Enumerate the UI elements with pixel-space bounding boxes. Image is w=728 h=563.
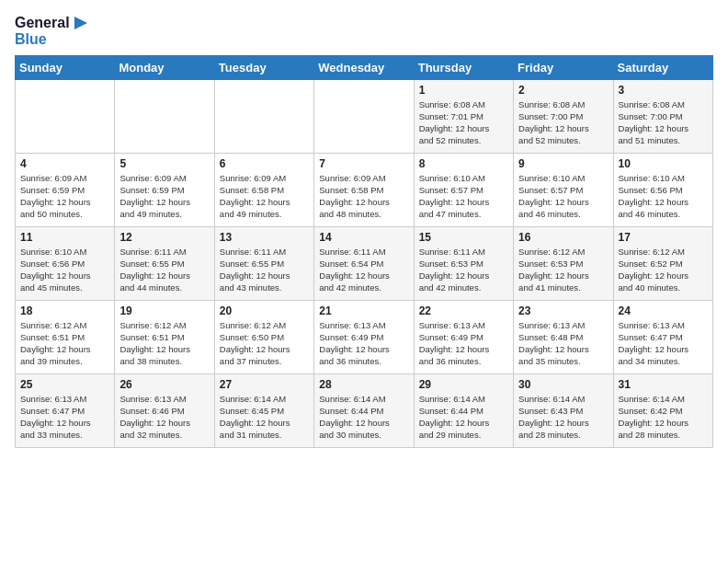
- calendar-cell: 8Sunrise: 6:10 AM Sunset: 6:57 PM Daylig…: [414, 153, 513, 226]
- day-number: 16: [518, 231, 608, 244]
- calendar-cell: [214, 79, 313, 153]
- day-info: Sunrise: 6:12 AM Sunset: 6:53 PM Dayligh…: [518, 246, 608, 294]
- day-number: 2: [518, 84, 608, 97]
- calendar-cell: 4Sunrise: 6:09 AM Sunset: 6:59 PM Daylig…: [16, 153, 115, 226]
- calendar-cell: 13Sunrise: 6:11 AM Sunset: 6:55 PM Dayli…: [214, 226, 313, 300]
- calendar-cell: 16Sunrise: 6:12 AM Sunset: 6:53 PM Dayli…: [514, 226, 613, 300]
- page-header: General Blue: [15, 15, 713, 48]
- day-info: Sunrise: 6:11 AM Sunset: 6:54 PM Dayligh…: [319, 246, 408, 294]
- logo: General Blue: [15, 15, 89, 48]
- calendar-cell: 5Sunrise: 6:09 AM Sunset: 6:59 PM Daylig…: [115, 153, 214, 226]
- calendar-cell: 11Sunrise: 6:10 AM Sunset: 6:56 PM Dayli…: [16, 226, 115, 300]
- day-info: Sunrise: 6:09 AM Sunset: 6:59 PM Dayligh…: [119, 172, 209, 221]
- calendar-cell: 27Sunrise: 6:14 AM Sunset: 6:45 PM Dayli…: [214, 373, 313, 447]
- day-info: Sunrise: 6:13 AM Sunset: 6:47 PM Dayligh…: [20, 393, 109, 442]
- day-number: 29: [419, 378, 508, 391]
- calendar-week-row: 1Sunrise: 6:08 AM Sunset: 7:01 PM Daylig…: [16, 79, 713, 153]
- day-info: Sunrise: 6:11 AM Sunset: 6:55 PM Dayligh…: [220, 246, 309, 294]
- logo-text-blue: Blue: [15, 31, 89, 48]
- day-number: 26: [119, 378, 209, 391]
- calendar-week-row: 18Sunrise: 6:12 AM Sunset: 6:51 PM Dayli…: [16, 300, 713, 373]
- day-info: Sunrise: 6:13 AM Sunset: 6:49 PM Dayligh…: [319, 319, 408, 368]
- calendar-cell: 19Sunrise: 6:12 AM Sunset: 6:51 PM Dayli…: [115, 300, 214, 373]
- calendar-cell: 28Sunrise: 6:14 AM Sunset: 6:44 PM Dayli…: [314, 373, 414, 447]
- day-number: 18: [20, 304, 109, 317]
- day-number: 9: [518, 157, 608, 170]
- day-number: 28: [319, 378, 408, 391]
- day-number: 17: [619, 231, 708, 244]
- day-info: Sunrise: 6:09 AM Sunset: 6:58 PM Dayligh…: [319, 172, 408, 221]
- day-number: 30: [518, 378, 608, 391]
- day-info: Sunrise: 6:08 AM Sunset: 7:01 PM Dayligh…: [419, 98, 508, 147]
- calendar-cell: 3Sunrise: 6:08 AM Sunset: 7:00 PM Daylig…: [613, 79, 712, 153]
- calendar-cell: 21Sunrise: 6:13 AM Sunset: 6:49 PM Dayli…: [314, 300, 414, 373]
- weekday-header: Monday: [115, 55, 214, 79]
- calendar-cell: 26Sunrise: 6:13 AM Sunset: 6:46 PM Dayli…: [115, 373, 214, 447]
- day-info: Sunrise: 6:14 AM Sunset: 6:42 PM Dayligh…: [619, 393, 708, 442]
- day-number: 23: [518, 304, 608, 317]
- day-info: Sunrise: 6:13 AM Sunset: 6:46 PM Dayligh…: [119, 393, 209, 442]
- calendar-week-row: 11Sunrise: 6:10 AM Sunset: 6:56 PM Dayli…: [16, 226, 713, 300]
- weekday-header: Wednesday: [314, 55, 414, 79]
- day-number: 24: [619, 304, 708, 317]
- calendar-cell: [115, 79, 214, 153]
- weekday-header-row: SundayMondayTuesdayWednesdayThursdayFrid…: [16, 55, 713, 79]
- day-number: 5: [119, 157, 209, 170]
- calendar-cell: 2Sunrise: 6:08 AM Sunset: 7:00 PM Daylig…: [514, 79, 613, 153]
- calendar-cell: [314, 79, 414, 153]
- day-info: Sunrise: 6:13 AM Sunset: 6:49 PM Dayligh…: [419, 319, 508, 368]
- weekday-header: Saturday: [613, 55, 712, 79]
- day-number: 21: [319, 304, 408, 317]
- logo-container: General Blue: [15, 15, 89, 48]
- day-number: 10: [619, 157, 708, 170]
- logo-text-general: General: [15, 15, 70, 31]
- svg-marker-0: [74, 17, 87, 29]
- day-number: 27: [220, 378, 309, 391]
- day-info: Sunrise: 6:13 AM Sunset: 6:47 PM Dayligh…: [619, 319, 708, 368]
- weekday-header: Thursday: [414, 55, 513, 79]
- day-info: Sunrise: 6:10 AM Sunset: 6:56 PM Dayligh…: [619, 172, 708, 221]
- day-info: Sunrise: 6:09 AM Sunset: 6:58 PM Dayligh…: [220, 172, 309, 221]
- calendar-cell: 1Sunrise: 6:08 AM Sunset: 7:01 PM Daylig…: [414, 79, 513, 153]
- calendar-week-row: 4Sunrise: 6:09 AM Sunset: 6:59 PM Daylig…: [16, 153, 713, 226]
- calendar-cell: 15Sunrise: 6:11 AM Sunset: 6:53 PM Dayli…: [414, 226, 513, 300]
- day-number: 11: [20, 231, 109, 244]
- day-number: 15: [419, 231, 508, 244]
- weekday-header: Friday: [514, 55, 613, 79]
- day-number: 7: [319, 157, 408, 170]
- calendar-cell: 24Sunrise: 6:13 AM Sunset: 6:47 PM Dayli…: [613, 300, 712, 373]
- day-number: 22: [419, 304, 508, 317]
- day-info: Sunrise: 6:11 AM Sunset: 6:53 PM Dayligh…: [419, 246, 508, 294]
- calendar-cell: 30Sunrise: 6:14 AM Sunset: 6:43 PM Dayli…: [514, 373, 613, 447]
- day-info: Sunrise: 6:11 AM Sunset: 6:55 PM Dayligh…: [119, 246, 209, 294]
- calendar-cell: 29Sunrise: 6:14 AM Sunset: 6:44 PM Dayli…: [414, 373, 513, 447]
- day-info: Sunrise: 6:13 AM Sunset: 6:48 PM Dayligh…: [518, 319, 608, 368]
- day-info: Sunrise: 6:09 AM Sunset: 6:59 PM Dayligh…: [20, 172, 109, 221]
- calendar-cell: 10Sunrise: 6:10 AM Sunset: 6:56 PM Dayli…: [613, 153, 712, 226]
- day-info: Sunrise: 6:10 AM Sunset: 6:57 PM Dayligh…: [419, 172, 508, 221]
- day-number: 31: [619, 378, 708, 391]
- day-number: 13: [220, 231, 309, 244]
- calendar-cell: 9Sunrise: 6:10 AM Sunset: 6:57 PM Daylig…: [514, 153, 613, 226]
- day-number: 8: [419, 157, 508, 170]
- day-number: 14: [319, 231, 408, 244]
- day-info: Sunrise: 6:10 AM Sunset: 6:57 PM Dayligh…: [518, 172, 608, 221]
- day-info: Sunrise: 6:10 AM Sunset: 6:56 PM Dayligh…: [20, 246, 109, 294]
- calendar-cell: 6Sunrise: 6:09 AM Sunset: 6:58 PM Daylig…: [214, 153, 313, 226]
- day-info: Sunrise: 6:14 AM Sunset: 6:44 PM Dayligh…: [319, 393, 408, 442]
- day-number: 20: [220, 304, 309, 317]
- calendar-table: SundayMondayTuesdayWednesdayThursdayFrid…: [15, 55, 713, 448]
- calendar-cell: 23Sunrise: 6:13 AM Sunset: 6:48 PM Dayli…: [514, 300, 613, 373]
- day-info: Sunrise: 6:12 AM Sunset: 6:51 PM Dayligh…: [20, 319, 109, 368]
- calendar-cell: 20Sunrise: 6:12 AM Sunset: 6:50 PM Dayli…: [214, 300, 313, 373]
- day-number: 6: [220, 157, 309, 170]
- weekday-header: Tuesday: [214, 55, 313, 79]
- day-info: Sunrise: 6:12 AM Sunset: 6:50 PM Dayligh…: [220, 319, 309, 368]
- day-number: 19: [119, 304, 209, 317]
- weekday-header: Sunday: [16, 55, 115, 79]
- day-number: 12: [119, 231, 209, 244]
- day-info: Sunrise: 6:08 AM Sunset: 7:00 PM Dayligh…: [518, 98, 608, 147]
- day-number: 1: [419, 84, 508, 97]
- day-info: Sunrise: 6:12 AM Sunset: 6:52 PM Dayligh…: [619, 246, 708, 294]
- day-info: Sunrise: 6:14 AM Sunset: 6:45 PM Dayligh…: [220, 393, 309, 442]
